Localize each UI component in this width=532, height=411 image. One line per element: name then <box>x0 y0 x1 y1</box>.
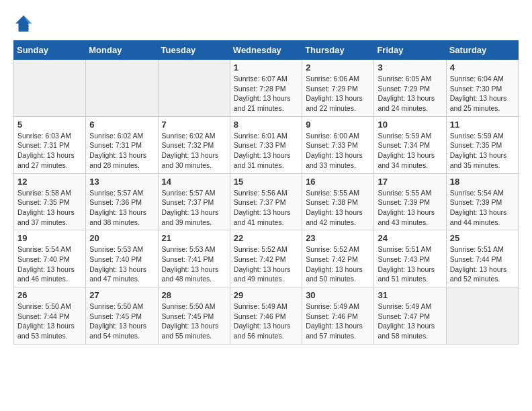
day-number: 18 <box>450 177 515 187</box>
calendar-cell: 14Sunrise: 5:57 AM Sunset: 7:37 PM Dayli… <box>158 173 230 230</box>
weekday-header: Sunday <box>14 41 86 60</box>
calendar-cell: 9Sunrise: 6:00 AM Sunset: 7:33 PM Daylig… <box>302 116 374 173</box>
calendar-cell: 18Sunrise: 5:54 AM Sunset: 7:39 PM Dayli… <box>446 173 518 230</box>
calendar-cell <box>14 60 86 117</box>
day-number: 9 <box>306 120 370 130</box>
day-number: 8 <box>234 120 298 130</box>
calendar-cell: 20Sunrise: 5:53 AM Sunset: 7:40 PM Dayli… <box>86 230 158 287</box>
calendar-cell: 29Sunrise: 5:49 AM Sunset: 7:46 PM Dayli… <box>230 287 302 345</box>
day-info: Sunrise: 6:07 AM Sunset: 7:28 PM Dayligh… <box>234 74 298 113</box>
day-info: Sunrise: 6:01 AM Sunset: 7:33 PM Dayligh… <box>234 131 298 171</box>
day-info: Sunrise: 5:49 AM Sunset: 7:47 PM Dayligh… <box>378 302 442 341</box>
calendar-week-row: 12Sunrise: 5:58 AM Sunset: 7:35 PM Dayli… <box>14 173 519 230</box>
day-number: 20 <box>89 233 154 243</box>
day-info: Sunrise: 6:00 AM Sunset: 7:33 PM Dayligh… <box>306 131 370 171</box>
calendar-cell: 10Sunrise: 5:59 AM Sunset: 7:34 PM Dayli… <box>374 116 446 173</box>
calendar-cell: 4Sunrise: 6:04 AM Sunset: 7:30 PM Daylig… <box>446 60 518 117</box>
calendar-cell: 22Sunrise: 5:52 AM Sunset: 7:42 PM Dayli… <box>230 230 302 287</box>
day-number: 19 <box>17 233 82 243</box>
day-info: Sunrise: 6:02 AM Sunset: 7:32 PM Dayligh… <box>162 131 226 171</box>
day-number: 4 <box>450 62 515 73</box>
page-header <box>13 13 519 34</box>
day-number: 25 <box>450 233 515 243</box>
day-number: 14 <box>162 177 226 187</box>
calendar-cell: 19Sunrise: 5:54 AM Sunset: 7:40 PM Dayli… <box>14 230 86 287</box>
day-info: Sunrise: 5:59 AM Sunset: 7:34 PM Dayligh… <box>378 131 442 171</box>
day-number: 31 <box>378 290 442 300</box>
day-info: Sunrise: 5:59 AM Sunset: 7:35 PM Dayligh… <box>450 131 515 171</box>
day-info: Sunrise: 6:06 AM Sunset: 7:29 PM Dayligh… <box>306 74 370 113</box>
calendar-cell: 3Sunrise: 6:05 AM Sunset: 7:29 PM Daylig… <box>374 60 446 117</box>
day-info: Sunrise: 5:57 AM Sunset: 7:37 PM Dayligh… <box>162 188 226 228</box>
day-info: Sunrise: 5:56 AM Sunset: 7:37 PM Dayligh… <box>234 188 298 228</box>
day-number: 11 <box>450 120 515 130</box>
day-number: 29 <box>234 290 298 300</box>
day-info: Sunrise: 5:50 AM Sunset: 7:44 PM Dayligh… <box>17 302 82 341</box>
calendar-cell: 5Sunrise: 6:03 AM Sunset: 7:31 PM Daylig… <box>14 116 86 173</box>
calendar-cell: 31Sunrise: 5:49 AM Sunset: 7:47 PM Dayli… <box>374 287 446 345</box>
calendar-week-row: 5Sunrise: 6:03 AM Sunset: 7:31 PM Daylig… <box>14 116 519 173</box>
day-info: Sunrise: 5:52 AM Sunset: 7:42 PM Dayligh… <box>234 244 298 284</box>
day-info: Sunrise: 5:49 AM Sunset: 7:46 PM Dayligh… <box>306 302 370 341</box>
day-info: Sunrise: 6:03 AM Sunset: 7:31 PM Dayligh… <box>17 131 82 171</box>
calendar-header-row: SundayMondayTuesdayWednesdayThursdayFrid… <box>14 41 519 60</box>
day-number: 17 <box>378 177 442 187</box>
day-number: 2 <box>306 62 370 73</box>
logo <box>13 13 36 34</box>
calendar-cell <box>86 60 158 117</box>
weekday-header: Monday <box>86 41 158 60</box>
day-info: Sunrise: 6:04 AM Sunset: 7:30 PM Dayligh… <box>450 74 515 113</box>
calendar-table: SundayMondayTuesdayWednesdayThursdayFrid… <box>13 40 519 345</box>
day-number: 30 <box>306 290 370 300</box>
weekday-header: Tuesday <box>158 41 230 60</box>
day-number: 7 <box>162 120 226 130</box>
day-info: Sunrise: 5:55 AM Sunset: 7:38 PM Dayligh… <box>306 188 370 228</box>
day-info: Sunrise: 5:52 AM Sunset: 7:42 PM Dayligh… <box>306 244 370 284</box>
day-number: 22 <box>234 233 298 243</box>
day-number: 28 <box>162 290 226 300</box>
weekday-header: Friday <box>374 41 446 60</box>
calendar-cell: 16Sunrise: 5:55 AM Sunset: 7:38 PM Dayli… <box>302 173 374 230</box>
weekday-header: Saturday <box>446 41 518 60</box>
logo-icon <box>13 13 34 34</box>
day-number: 3 <box>378 62 442 73</box>
calendar-cell: 8Sunrise: 6:01 AM Sunset: 7:33 PM Daylig… <box>230 116 302 173</box>
day-info: Sunrise: 5:50 AM Sunset: 7:45 PM Dayligh… <box>89 302 154 341</box>
calendar-cell: 30Sunrise: 5:49 AM Sunset: 7:46 PM Dayli… <box>302 287 374 345</box>
day-number: 6 <box>89 120 154 130</box>
day-info: Sunrise: 5:54 AM Sunset: 7:39 PM Dayligh… <box>450 188 515 228</box>
calendar-cell: 11Sunrise: 5:59 AM Sunset: 7:35 PM Dayli… <box>446 116 518 173</box>
calendar-cell: 2Sunrise: 6:06 AM Sunset: 7:29 PM Daylig… <box>302 60 374 117</box>
day-info: Sunrise: 5:51 AM Sunset: 7:43 PM Dayligh… <box>378 244 442 284</box>
day-info: Sunrise: 5:49 AM Sunset: 7:46 PM Dayligh… <box>234 302 298 341</box>
day-info: Sunrise: 5:53 AM Sunset: 7:40 PM Dayligh… <box>89 244 154 284</box>
calendar-cell: 25Sunrise: 5:51 AM Sunset: 7:44 PM Dayli… <box>446 230 518 287</box>
weekday-header: Wednesday <box>230 41 302 60</box>
day-info: Sunrise: 5:54 AM Sunset: 7:40 PM Dayligh… <box>17 244 82 284</box>
day-number: 23 <box>306 233 370 243</box>
day-number: 10 <box>378 120 442 130</box>
day-number: 13 <box>89 177 154 187</box>
calendar-week-row: 26Sunrise: 5:50 AM Sunset: 7:44 PM Dayli… <box>14 287 519 345</box>
calendar-cell: 6Sunrise: 6:02 AM Sunset: 7:31 PM Daylig… <box>86 116 158 173</box>
day-number: 27 <box>89 290 154 300</box>
calendar-cell: 24Sunrise: 5:51 AM Sunset: 7:43 PM Dayli… <box>374 230 446 287</box>
calendar-cell: 21Sunrise: 5:53 AM Sunset: 7:41 PM Dayli… <box>158 230 230 287</box>
calendar-cell <box>158 60 230 117</box>
day-number: 21 <box>162 233 226 243</box>
calendar-cell: 27Sunrise: 5:50 AM Sunset: 7:45 PM Dayli… <box>86 287 158 345</box>
calendar-cell: 7Sunrise: 6:02 AM Sunset: 7:32 PM Daylig… <box>158 116 230 173</box>
day-number: 12 <box>17 177 82 187</box>
day-number: 24 <box>378 233 442 243</box>
calendar-cell: 1Sunrise: 6:07 AM Sunset: 7:28 PM Daylig… <box>230 60 302 117</box>
day-info: Sunrise: 5:51 AM Sunset: 7:44 PM Dayligh… <box>450 244 515 284</box>
day-info: Sunrise: 5:50 AM Sunset: 7:45 PM Dayligh… <box>162 302 226 341</box>
day-info: Sunrise: 5:53 AM Sunset: 7:41 PM Dayligh… <box>162 244 226 284</box>
day-info: Sunrise: 5:57 AM Sunset: 7:36 PM Dayligh… <box>89 188 154 228</box>
day-info: Sunrise: 6:05 AM Sunset: 7:29 PM Dayligh… <box>378 74 442 113</box>
day-info: Sunrise: 5:55 AM Sunset: 7:39 PM Dayligh… <box>378 188 442 228</box>
calendar-cell: 26Sunrise: 5:50 AM Sunset: 7:44 PM Dayli… <box>14 287 86 345</box>
weekday-header: Thursday <box>302 41 374 60</box>
calendar-week-row: 19Sunrise: 5:54 AM Sunset: 7:40 PM Dayli… <box>14 230 519 287</box>
calendar-cell: 23Sunrise: 5:52 AM Sunset: 7:42 PM Dayli… <box>302 230 374 287</box>
